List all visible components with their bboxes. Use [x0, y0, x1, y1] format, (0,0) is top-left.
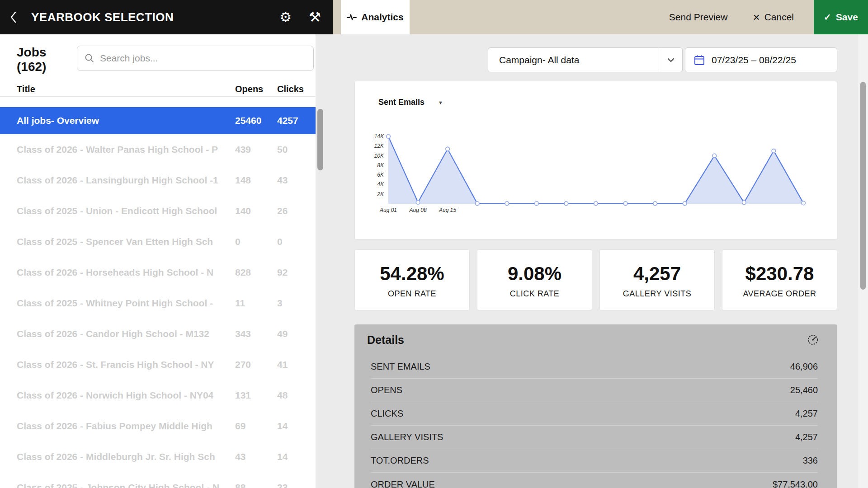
stat-label: AVERAGE ORDER — [743, 289, 816, 299]
row-clicks: 48 — [277, 390, 316, 401]
details-title: Details — [367, 333, 404, 347]
jobs-sidebar: Jobs (162) Title Opens Clicks All jobs- … — [0, 34, 316, 488]
main-scrollbar[interactable] — [860, 82, 866, 290]
details-row: GALLERY VISITS 4,257 — [371, 426, 818, 449]
row-opens: 131 — [235, 390, 277, 401]
stat-label: CLICK RATE — [510, 289, 560, 299]
job-row[interactable]: Class of 2025 - Union - Endicott High Sc… — [0, 196, 316, 226]
app-header-right: Analytics Send Preview × Cancel ✓ Save — [333, 0, 868, 34]
job-row[interactable]: Class of 2026 - Horseheads High School -… — [0, 257, 316, 288]
tools-icon[interactable]: ⚒ — [309, 10, 321, 24]
details-row: CLICKS 4,257 — [371, 402, 818, 426]
row-title: Class of 2025 - Union - Endicott High Sc… — [17, 206, 235, 216]
job-rows: Class of 2026 - Walter Panas High School… — [0, 134, 316, 488]
sent-emails-area-chart: 14K12K10K8K6K4K2KAug 01Aug 08Aug 15 — [355, 81, 838, 240]
row-title: Class of 2026 - Norwich High School - NY… — [17, 390, 235, 401]
row-title: Class of 2026 - Candor High School - M13… — [17, 328, 235, 339]
row-opens: 343 — [235, 328, 277, 339]
row-opens: 88 — [235, 482, 277, 488]
job-row[interactable]: Class of 2025 - Johnson City High School… — [0, 472, 316, 488]
settings-gear-icon[interactable]: ⚙ — [279, 10, 292, 24]
stat-card-click-rate: 9.08% CLICK RATE — [477, 249, 592, 310]
job-row[interactable]: Class of 2025 - Spencer Van Etten High S… — [0, 226, 316, 257]
close-icon: × — [753, 11, 760, 23]
jobs-count: (162) — [17, 60, 46, 74]
row-opens: 439 — [235, 144, 277, 155]
details-row: SENT EMAILS 46,906 — [371, 355, 818, 379]
jobs-heading: Jobs (162) — [17, 45, 46, 74]
search-input[interactable] — [100, 53, 306, 64]
details-row-value: 25,460 — [790, 385, 818, 395]
svg-text:10K: 10K — [374, 153, 384, 159]
svg-text:Aug 15: Aug 15 — [439, 207, 456, 213]
details-row-label: CLICKS — [371, 408, 403, 419]
details-row-value: $77,543.00 — [773, 479, 818, 488]
details-row-label: OPENS — [371, 385, 402, 395]
stat-label: OPEN RATE — [388, 289, 436, 299]
row-title: All jobs- Overview — [17, 115, 235, 126]
stat-card-gallery-visits: 4,257 GALLERY VISITS — [599, 249, 715, 310]
details-row-label: GALLERY VISITS — [371, 432, 443, 442]
details-row-label: SENT EMAILS — [371, 361, 430, 372]
jobs-column-headers: Title Opens Clicks — [0, 82, 316, 97]
row-clicks: 14 — [277, 421, 316, 432]
page-title: YEARBOOK SELECTION — [31, 10, 174, 24]
svg-text:6K: 6K — [377, 172, 384, 178]
chart-card: Sent Emails ▼ 14K12K10K8K6K4K2KAug 01Aug… — [354, 81, 837, 239]
stat-value: 9.08% — [508, 263, 561, 285]
row-clicks: 3 — [277, 298, 316, 309]
row-title: Class of 2026 - Horseheads High School -… — [17, 267, 235, 278]
job-row[interactable]: Class of 2026 - Candor High School - M13… — [0, 319, 316, 349]
row-opens: 69 — [235, 421, 277, 432]
save-button[interactable]: ✓ Save — [814, 0, 868, 34]
job-row-selected[interactable]: All jobs- Overview 25460 4257 — [0, 107, 316, 134]
row-opens: 0 — [235, 236, 277, 247]
date-range-picker[interactable]: 07/23/25 – 08/22/25 — [685, 47, 837, 72]
row-clicks: 49 — [277, 328, 316, 339]
row-clicks: 14 — [277, 451, 316, 462]
details-row-value: 46,906 — [790, 361, 818, 372]
job-row[interactable]: Class of 2025 - Whitney Point High Schoo… — [0, 288, 316, 319]
column-clicks: Clicks — [277, 84, 316, 94]
row-clicks: 50 — [277, 144, 316, 155]
send-preview-button[interactable]: Send Preview — [669, 12, 728, 23]
job-row[interactable]: Class of 2026 - Norwich High School - NY… — [0, 380, 316, 411]
sidebar-scrollbar[interactable] — [317, 109, 323, 170]
job-row[interactable]: Class of 2026 - Middleburgh Jr. Sr. High… — [0, 441, 316, 472]
details-rows: SENT EMAILS 46,906 OPENS 25,460 CLICKS 4… — [354, 355, 837, 488]
stat-value: 4,257 — [633, 263, 681, 285]
job-row[interactable]: Class of 2026 - Walter Panas High School… — [0, 134, 316, 165]
cancel-button[interactable]: × Cancel — [753, 11, 794, 23]
row-title: Class of 2026 - Middleburgh Jr. Sr. High… — [17, 451, 235, 462]
row-title: Class of 2025 - Whitney Point High Schoo… — [17, 298, 235, 309]
row-title: Class of 2026 - Walter Panas High School… — [17, 144, 235, 155]
check-icon: ✓ — [824, 12, 831, 23]
row-opens: 11 — [235, 298, 277, 309]
job-row[interactable]: Class of 2026 - Lansingburgh High School… — [0, 165, 316, 196]
back-chevron-icon — [9, 11, 17, 23]
row-title: Class of 2026 - St. Francis High School … — [17, 359, 235, 370]
svg-text:4K: 4K — [377, 181, 384, 188]
row-clicks: 23 — [277, 482, 316, 488]
back-button[interactable] — [9, 11, 17, 23]
jobs-list: All jobs- Overview 25460 4257 Class of 2… — [0, 107, 316, 488]
job-row[interactable]: Class of 2026 - St. Francis High School … — [0, 349, 316, 380]
row-clicks: 4257 — [277, 115, 316, 126]
row-opens: 828 — [235, 267, 277, 278]
svg-text:Aug 08: Aug 08 — [409, 207, 427, 213]
row-opens: 270 — [235, 359, 277, 370]
details-row-label: TOT.ORDERS — [371, 455, 429, 466]
details-header: Details — [354, 324, 837, 355]
details-row: OPENS 25,460 — [371, 379, 818, 402]
jobs-search[interactable] — [77, 46, 314, 71]
campaign-dropdown[interactable]: Campaign- All data — [488, 47, 683, 72]
stats-row: 54.28% OPEN RATE 9.08% CLICK RATE 4,257 … — [354, 249, 837, 310]
tab-analytics[interactable]: Analytics — [341, 0, 410, 34]
row-title: Class of 2026 - Fabius Pompey Middle Hig… — [17, 421, 235, 432]
svg-text:12K: 12K — [374, 143, 384, 149]
details-row: TOT.ORDERS 336 — [371, 449, 818, 473]
date-range-value: 07/23/25 – 08/22/25 — [712, 55, 796, 66]
row-clicks: 26 — [277, 206, 316, 216]
jobs-heading-word: Jobs — [17, 45, 46, 60]
job-row[interactable]: Class of 2026 - Fabius Pompey Middle Hig… — [0, 411, 316, 441]
